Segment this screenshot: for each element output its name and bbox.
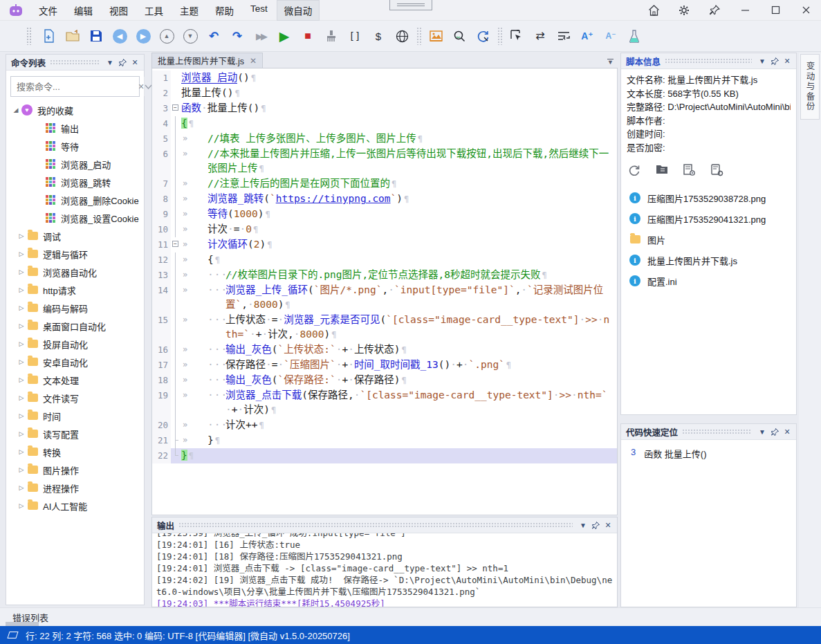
- tree-group-favorites[interactable]: ◢♥我的收藏: [6, 101, 144, 119]
- nav-forward-icon[interactable]: ▶: [131, 25, 155, 47]
- fold-marker[interactable]: −: [171, 101, 181, 116]
- code-line-20[interactable]: 20»····计次++¶: [152, 418, 617, 433]
- tree-folder-http请求[interactable]: ▷http请求: [6, 281, 144, 299]
- pin-icon[interactable]: [589, 519, 602, 531]
- code-line-6[interactable]: 6»//本来批量上传图片并压缩,上传一张图片后等待出现下载按钮,出现后下载,然后…: [152, 147, 617, 176]
- run-icon[interactable]: ▶: [273, 25, 296, 47]
- menu-文件[interactable]: 文件: [32, 1, 64, 20]
- menu-微自动[interactable]: 微自动: [277, 1, 320, 20]
- pin-icon[interactable]: [768, 425, 781, 438]
- swap-icon[interactable]: ⇄: [528, 25, 552, 47]
- expander-icon[interactable]: ▷: [16, 448, 27, 455]
- tree-folder-投屏自动化[interactable]: ▷投屏自动化: [6, 335, 144, 353]
- code-line-14[interactable]: 14»····浏览器_上传_循环(`图片/*.png`,·`input[type…: [152, 283, 617, 313]
- menu-帮助[interactable]: 帮助: [208, 1, 241, 20]
- code-line-21[interactable]: 21»}¶: [152, 433, 617, 448]
- tab-list-icon[interactable]: ▼: [607, 59, 614, 65]
- expander-icon[interactable]: ▷: [16, 394, 27, 401]
- code-line-4[interactable]: 4{¶: [152, 116, 617, 131]
- tree-folder-浏览器自动化[interactable]: ▷浏览器自动化: [6, 263, 144, 281]
- file-item-配置.ini[interactable]: i配置.ini: [621, 270, 796, 291]
- word-wrap-icon[interactable]: [552, 25, 575, 47]
- expander-icon[interactable]: ▷: [16, 430, 27, 437]
- font-decrease-icon[interactable]: A⁻: [599, 25, 622, 47]
- changes-backup-tab[interactable]: 变动与备份: [800, 54, 820, 120]
- image-icon[interactable]: [424, 25, 448, 47]
- refresh-icon[interactable]: [628, 164, 640, 176]
- search-refresh-icon[interactable]: [471, 25, 495, 47]
- tree-folder-时间[interactable]: ▷时间: [6, 407, 144, 425]
- tab-close-icon[interactable]: ✕: [250, 56, 257, 66]
- tree-command-浏览器_删除Cookie[interactable]: 浏览器_删除Cookie: [6, 191, 144, 209]
- variable-icon[interactable]: $: [367, 25, 390, 47]
- expander-icon[interactable]: ▷: [16, 286, 27, 293]
- tree-command-浏览器_跳转[interactable]: 浏览器_跳转: [6, 173, 144, 191]
- stop-icon[interactable]: ■: [296, 25, 320, 47]
- search-input[interactable]: [11, 82, 138, 92]
- expander-icon[interactable]: ▷: [16, 322, 27, 329]
- expander-icon[interactable]: ▷: [16, 412, 27, 419]
- expander-icon[interactable]: ▷: [16, 466, 27, 473]
- code-line-9[interactable]: 9»等待(1000)¶: [152, 207, 617, 222]
- code-line-2[interactable]: 2批量上传()¶: [152, 86, 617, 101]
- tree-folder-文件读写[interactable]: ▷文件读写: [6, 389, 144, 407]
- redo-icon[interactable]: ↷: [225, 25, 249, 47]
- pick-element-icon[interactable]: [505, 25, 528, 47]
- code-editor[interactable]: 1浏览器_启动()¶2批量上传()¶3−函数·批量上传()¶4{¶5»//填表 …: [151, 68, 618, 515]
- window-drag-handle[interactable]: [389, 0, 432, 10]
- fold-marker[interactable]: −: [171, 237, 181, 252]
- close-icon[interactable]: ×: [781, 55, 793, 67]
- expander-icon[interactable]: ▷: [16, 376, 27, 383]
- code-line-5[interactable]: 5»//填表 上传多张图片、上传多图片、图片上传¶: [152, 131, 617, 147]
- file-config-icon[interactable]: [711, 164, 723, 176]
- menu-编辑[interactable]: 编辑: [67, 1, 100, 20]
- nav-back-icon[interactable]: ◀: [108, 25, 131, 47]
- undo-icon[interactable]: ↶: [202, 25, 225, 47]
- locator-item[interactable]: 3函数 批量上传(): [621, 440, 796, 460]
- code-line-17[interactable]: 17»····保存路径·=·`压缩图片`·+·时间_取时间戳_13()·+·`.…: [152, 358, 617, 373]
- open-folder-icon[interactable]: [61, 25, 84, 47]
- tree-folder-图片操作[interactable]: ▷图片操作: [6, 461, 144, 479]
- chevron-down-icon[interactable]: ▼: [756, 55, 768, 67]
- code-line-19[interactable]: 19»····浏览器_点击下载(保存路径,·`[class="image-car…: [152, 388, 617, 418]
- code-line-15[interactable]: 15»····上传状态·=·浏览器_元素是否可见(`[class="image-…: [152, 313, 617, 342]
- close-icon[interactable]: [791, 0, 821, 21]
- brackets-icon[interactable]: []: [343, 25, 367, 47]
- clean-icon[interactable]: [320, 25, 343, 47]
- expander-icon[interactable]: ▷: [16, 232, 27, 239]
- tree-command-等待[interactable]: 等待: [6, 137, 144, 155]
- tree-command-浏览器_设置Cookie[interactable]: 浏览器_设置Cookie: [6, 209, 144, 227]
- font-increase-icon[interactable]: A⁺: [575, 25, 599, 47]
- tab-batch-upload-script[interactable]: 批量上传图片并下载.js ✕: [151, 53, 263, 68]
- tree-command-浏览器_启动[interactable]: 浏览器_启动: [6, 155, 144, 173]
- code-line-16[interactable]: 16»····输出_灰色(`上传状态:`·+·上传状态)¶: [152, 342, 617, 358]
- menu-主题[interactable]: 主题: [173, 1, 205, 20]
- menu-Test[interactable]: Test: [243, 1, 275, 20]
- folder-dark-icon[interactable]: [656, 164, 668, 176]
- new-file-icon[interactable]: [37, 25, 61, 47]
- home-icon[interactable]: [638, 0, 669, 21]
- tree-folder-逻辑与循环[interactable]: ▷逻辑与循环: [6, 245, 144, 263]
- pin-icon[interactable]: [768, 55, 781, 67]
- tree-folder-编码与解码[interactable]: ▷编码与解码: [6, 299, 144, 317]
- run-to-cursor-icon[interactable]: ▶▶: [249, 25, 273, 47]
- file-item-图片[interactable]: 图片: [621, 229, 796, 250]
- chevron-down-icon[interactable]: ▼: [756, 425, 768, 438]
- code-line-22[interactable]: 22}¶: [152, 448, 617, 463]
- code-line-3[interactable]: 3−函数·批量上传()¶: [152, 101, 617, 116]
- search-icon[interactable]: [448, 25, 471, 47]
- maximize-icon[interactable]: [760, 0, 791, 21]
- tree-command-输出[interactable]: 输出: [6, 119, 144, 137]
- gear-icon[interactable]: [669, 0, 699, 21]
- search-clear-icon[interactable]: ×: [138, 81, 144, 92]
- expander-icon[interactable]: ▷: [16, 340, 27, 347]
- output-log[interactable]: [19:23:59] 浏览器_上传_循环 成功:input[type="file…: [152, 533, 617, 607]
- code-line-18[interactable]: 18»····输出_灰色(`保存路径:`·+·保存路径)¶: [152, 373, 617, 388]
- close-icon[interactable]: ×: [129, 56, 141, 68]
- close-icon[interactable]: ×: [602, 519, 614, 531]
- tree-folder-安卓自动化[interactable]: ▷安卓自动化: [6, 353, 144, 371]
- code-line-11[interactable]: 11−»计次循环(2)¶: [152, 237, 617, 252]
- pin-icon[interactable]: [116, 56, 129, 68]
- collapse-up-icon[interactable]: ▲: [155, 25, 178, 47]
- expander-icon[interactable]: ▷: [16, 250, 27, 257]
